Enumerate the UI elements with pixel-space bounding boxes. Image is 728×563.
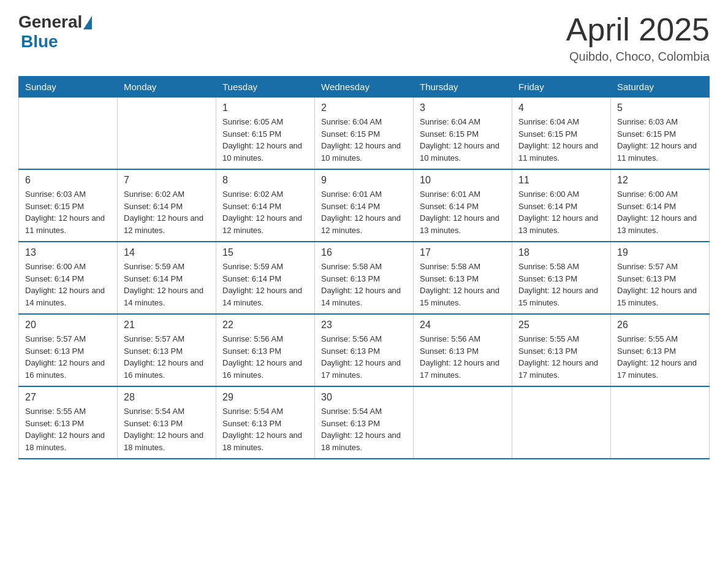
day-number: 24 (420, 320, 506, 331)
calendar-cell: 16 Sunrise: 5:58 AMSunset: 6:13 PMDaylig… (315, 242, 414, 314)
day-info: Sunrise: 5:56 AMSunset: 6:13 PMDaylight:… (222, 333, 308, 381)
calendar-cell: 14 Sunrise: 5:59 AMSunset: 6:14 PMDaylig… (118, 242, 216, 314)
logo-triangle-icon (83, 16, 92, 29)
calendar-week-row: 20 Sunrise: 5:57 AMSunset: 6:13 PMDaylig… (19, 314, 710, 386)
day-info: Sunrise: 5:57 AMSunset: 6:13 PMDaylight:… (617, 261, 703, 308)
calendar-cell: 6 Sunrise: 6:03 AMSunset: 6:15 PMDayligh… (19, 169, 118, 242)
day-info: Sunrise: 5:56 AMSunset: 6:13 PMDaylight:… (420, 333, 506, 381)
day-number: 1 (222, 102, 308, 113)
header-tuesday: Tuesday (216, 77, 315, 98)
day-info: Sunrise: 5:58 AMSunset: 6:13 PMDaylight:… (518, 261, 604, 308)
calendar-header-row: SundayMondayTuesdayWednesdayThursdayFrid… (19, 77, 710, 98)
day-info: Sunrise: 5:55 AMSunset: 6:13 PMDaylight:… (518, 333, 604, 381)
calendar-cell: 19 Sunrise: 5:57 AMSunset: 6:13 PMDaylig… (611, 242, 710, 314)
calendar-cell: 29 Sunrise: 5:54 AMSunset: 6:13 PMDaylig… (216, 386, 315, 459)
day-number: 8 (222, 175, 308, 186)
calendar-week-row: 27 Sunrise: 5:55 AMSunset: 6:13 PMDaylig… (19, 386, 710, 459)
day-number: 20 (25, 320, 111, 331)
day-info: Sunrise: 6:00 AMSunset: 6:14 PMDaylight:… (25, 261, 111, 308)
calendar-cell: 21 Sunrise: 5:57 AMSunset: 6:13 PMDaylig… (118, 314, 216, 386)
calendar-cell (512, 386, 611, 459)
logo: General Blue (18, 12, 92, 52)
day-number: 23 (321, 320, 407, 331)
day-info: Sunrise: 6:04 AMSunset: 6:15 PMDaylight:… (321, 116, 407, 164)
header-saturday: Saturday (611, 77, 710, 98)
day-number: 21 (124, 320, 210, 331)
day-info: Sunrise: 6:05 AMSunset: 6:15 PMDaylight:… (222, 116, 308, 164)
day-number: 28 (124, 392, 210, 403)
day-info: Sunrise: 5:54 AMSunset: 6:13 PMDaylight:… (222, 405, 308, 453)
day-info: Sunrise: 5:58 AMSunset: 6:13 PMDaylight:… (321, 261, 407, 308)
title-section: April 2025 Quibdo, Choco, Colombia (566, 12, 710, 64)
month-title: April 2025 (566, 12, 710, 47)
calendar-cell: 24 Sunrise: 5:56 AMSunset: 6:13 PMDaylig… (414, 314, 512, 386)
calendar-cell: 4 Sunrise: 6:04 AMSunset: 6:15 PMDayligh… (512, 98, 611, 170)
day-number: 5 (617, 102, 703, 113)
calendar-cell (118, 98, 216, 170)
day-info: Sunrise: 5:59 AMSunset: 6:14 PMDaylight:… (222, 261, 308, 308)
day-number: 19 (617, 247, 703, 258)
calendar-cell: 9 Sunrise: 6:01 AMSunset: 6:14 PMDayligh… (315, 169, 414, 242)
calendar-week-row: 1 Sunrise: 6:05 AMSunset: 6:15 PMDayligh… (19, 98, 710, 170)
calendar-cell (611, 386, 710, 459)
day-info: Sunrise: 6:00 AMSunset: 6:14 PMDaylight:… (617, 188, 703, 236)
header-wednesday: Wednesday (315, 77, 414, 98)
page-header: General Blue April 2025 Quibdo, Choco, C… (18, 12, 710, 64)
day-info: Sunrise: 5:59 AMSunset: 6:14 PMDaylight:… (124, 261, 210, 308)
calendar-cell: 15 Sunrise: 5:59 AMSunset: 6:14 PMDaylig… (216, 242, 315, 314)
day-number: 15 (222, 247, 308, 258)
day-number: 16 (321, 247, 407, 258)
calendar-cell: 25 Sunrise: 5:55 AMSunset: 6:13 PMDaylig… (512, 314, 611, 386)
calendar-cell: 27 Sunrise: 5:55 AMSunset: 6:13 PMDaylig… (19, 386, 118, 459)
header-thursday: Thursday (414, 77, 512, 98)
calendar-cell: 22 Sunrise: 5:56 AMSunset: 6:13 PMDaylig… (216, 314, 315, 386)
calendar-cell: 3 Sunrise: 6:04 AMSunset: 6:15 PMDayligh… (414, 98, 512, 170)
day-number: 12 (617, 175, 703, 186)
logo-blue-text: Blue (21, 32, 58, 52)
calendar-cell: 1 Sunrise: 6:05 AMSunset: 6:15 PMDayligh… (216, 98, 315, 170)
calendar-week-row: 6 Sunrise: 6:03 AMSunset: 6:15 PMDayligh… (19, 169, 710, 242)
calendar-week-row: 13 Sunrise: 6:00 AMSunset: 6:14 PMDaylig… (19, 242, 710, 314)
day-info: Sunrise: 6:01 AMSunset: 6:14 PMDaylight:… (420, 188, 506, 236)
calendar-cell: 28 Sunrise: 5:54 AMSunset: 6:13 PMDaylig… (118, 386, 216, 459)
location: Quibdo, Choco, Colombia (566, 50, 710, 64)
day-number: 3 (420, 102, 506, 113)
calendar-cell: 2 Sunrise: 6:04 AMSunset: 6:15 PMDayligh… (315, 98, 414, 170)
day-number: 27 (25, 392, 111, 403)
day-info: Sunrise: 5:58 AMSunset: 6:13 PMDaylight:… (420, 261, 506, 308)
calendar-table: SundayMondayTuesdayWednesdayThursdayFrid… (18, 76, 710, 459)
calendar-cell (414, 386, 512, 459)
day-number: 6 (25, 175, 111, 186)
calendar-cell: 12 Sunrise: 6:00 AMSunset: 6:14 PMDaylig… (611, 169, 710, 242)
day-number: 14 (124, 247, 210, 258)
day-number: 9 (321, 175, 407, 186)
day-info: Sunrise: 6:02 AMSunset: 6:14 PMDaylight:… (124, 188, 210, 236)
day-number: 2 (321, 102, 407, 113)
calendar-cell (19, 98, 118, 170)
day-number: 30 (321, 392, 407, 403)
day-number: 11 (518, 175, 604, 186)
day-info: Sunrise: 6:03 AMSunset: 6:15 PMDaylight:… (25, 188, 111, 236)
calendar-cell: 13 Sunrise: 6:00 AMSunset: 6:14 PMDaylig… (19, 242, 118, 314)
calendar-cell: 30 Sunrise: 5:54 AMSunset: 6:13 PMDaylig… (315, 386, 414, 459)
day-info: Sunrise: 5:54 AMSunset: 6:13 PMDaylight:… (321, 405, 407, 453)
day-number: 17 (420, 247, 506, 258)
day-info: Sunrise: 5:55 AMSunset: 6:13 PMDaylight:… (25, 405, 111, 453)
calendar-cell: 18 Sunrise: 5:58 AMSunset: 6:13 PMDaylig… (512, 242, 611, 314)
day-info: Sunrise: 5:57 AMSunset: 6:13 PMDaylight:… (124, 333, 210, 381)
day-number: 4 (518, 102, 604, 113)
day-info: Sunrise: 5:57 AMSunset: 6:13 PMDaylight:… (25, 333, 111, 381)
day-info: Sunrise: 6:04 AMSunset: 6:15 PMDaylight:… (420, 116, 506, 164)
logo-general-text: General (18, 12, 82, 32)
calendar-cell: 23 Sunrise: 5:56 AMSunset: 6:13 PMDaylig… (315, 314, 414, 386)
calendar-cell: 10 Sunrise: 6:01 AMSunset: 6:14 PMDaylig… (414, 169, 512, 242)
calendar-cell: 26 Sunrise: 5:55 AMSunset: 6:13 PMDaylig… (611, 314, 710, 386)
day-number: 7 (124, 175, 210, 186)
day-info: Sunrise: 5:56 AMSunset: 6:13 PMDaylight:… (321, 333, 407, 381)
day-number: 22 (222, 320, 308, 331)
day-info: Sunrise: 6:00 AMSunset: 6:14 PMDaylight:… (518, 188, 604, 236)
calendar-cell: 20 Sunrise: 5:57 AMSunset: 6:13 PMDaylig… (19, 314, 118, 386)
calendar-cell: 8 Sunrise: 6:02 AMSunset: 6:14 PMDayligh… (216, 169, 315, 242)
day-number: 18 (518, 247, 604, 258)
header-monday: Monday (118, 77, 216, 98)
